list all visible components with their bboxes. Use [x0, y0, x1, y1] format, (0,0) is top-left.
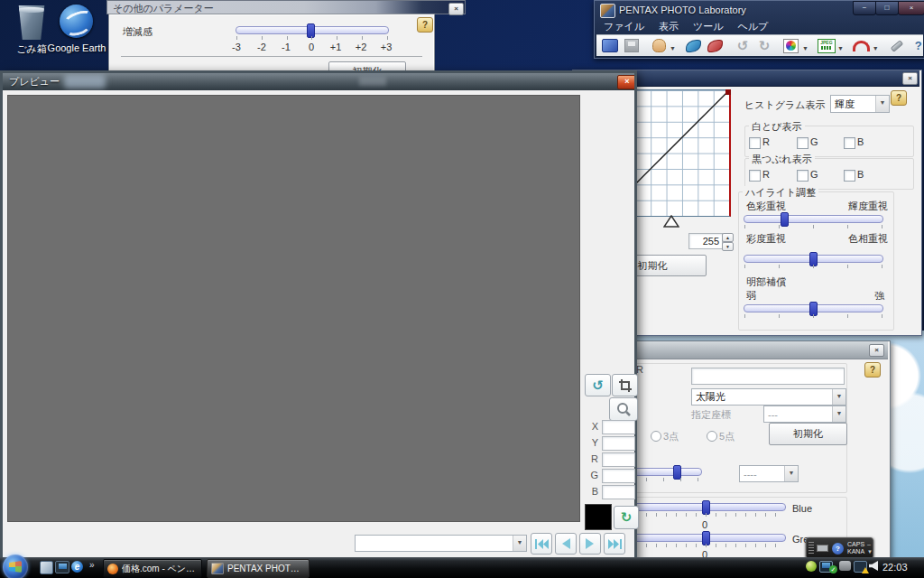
color-adjust-icon[interactable]: [781, 37, 801, 55]
next-image-button[interactable]: [579, 533, 601, 555]
google-earth-label[interactable]: Google Earth: [45, 42, 108, 53]
tray-messenger-icon[interactable]: [806, 561, 817, 572]
hand-tool-icon[interactable]: [649, 37, 669, 55]
ime-options-icon[interactable]: ▼: [867, 548, 873, 555]
radio-5point[interactable]: [707, 431, 717, 442]
radio-3point[interactable]: [651, 431, 661, 442]
coord-y-field[interactable]: [602, 436, 635, 451]
leaf-red-icon[interactable]: [706, 37, 725, 55]
wb-tint-dropdown[interactable]: ---- ▼: [739, 465, 799, 482]
refresh-button[interactable]: ↻: [614, 506, 639, 529]
coord-r-field[interactable]: [602, 452, 635, 467]
task-button-kakaku[interactable]: 価格.com - ペンタ...: [103, 559, 202, 578]
ime-help-icon[interactable]: ?: [832, 543, 844, 555]
wb-preset-dropdown[interactable]: 太陽光 ▼: [691, 388, 846, 406]
level-value-input[interactable]: 255: [688, 233, 723, 249]
hand-tool-dropdown-icon[interactable]: ▼: [670, 45, 676, 51]
close-button[interactable]: ×: [898, 1, 924, 15]
white-clip-r-label: R: [762, 136, 770, 147]
jpeg-save-icon[interactable]: JPEG: [817, 37, 836, 55]
ime-kana-label[interactable]: KANA: [847, 548, 864, 555]
headset-icon[interactable]: [852, 37, 872, 55]
curve-white-point-marker[interactable]: [725, 89, 731, 95]
white-clip-group-label: 白とび表示: [749, 120, 805, 134]
other-params-titlebar[interactable]: その他のパラメーター ×: [106, 0, 466, 14]
preview-title: プレビュー: [9, 75, 60, 89]
histogram-help-icon[interactable]: ?: [891, 90, 907, 106]
image-select-dropdown[interactable]: ▼: [355, 535, 527, 552]
coord-x-field[interactable]: [602, 420, 635, 434]
ime-minimize-icon[interactable]: –: [867, 541, 873, 548]
black-clip-g-checkbox[interactable]: [797, 170, 808, 182]
level-spinner[interactable]: ▲ ▼: [722, 233, 734, 249]
maximize-button[interactable]: □: [875, 1, 899, 15]
tray-device-icon[interactable]: [839, 561, 851, 571]
coord-b-field[interactable]: [602, 485, 635, 499]
highlight-adjust-group: ハイライト調整 色彩重視 輝度重視 彩度重視 色相重視 明部補償 弱 強: [738, 191, 894, 331]
tray-security-check-icon[interactable]: ✓: [829, 565, 837, 573]
other-params-close-button[interactable]: ×: [448, 3, 464, 15]
coord-g-field[interactable]: [602, 469, 635, 483]
save-icon[interactable]: [622, 37, 642, 55]
color-adjust-dropdown-icon[interactable]: ▼: [802, 45, 808, 51]
wb-name-field[interactable]: [691, 368, 845, 385]
pentax-main-window: PENTAX PHOTO Laboratory − □ × ファイル 表示 ツー…: [594, 0, 924, 59]
menu-tools[interactable]: ツール: [693, 20, 724, 33]
open-image-icon[interactable]: [600, 37, 620, 55]
preview-titlebar[interactable]: プレビュー ×: [3, 73, 634, 90]
ime-caps-label[interactable]: CAPS: [847, 541, 864, 548]
menu-help[interactable]: ヘルプ: [738, 20, 769, 33]
last-image-button[interactable]: [604, 533, 625, 555]
recycle-bin-icon[interactable]: [16, 5, 47, 40]
headset-dropdown-icon[interactable]: ▼: [873, 45, 879, 51]
quicklaunch-switch-windows-icon[interactable]: [55, 561, 69, 573]
rotate-image-button[interactable]: ↺: [585, 374, 611, 396]
preview-window: プレビュー × ↺ X Y R G B ↻ ▼: [0, 70, 637, 578]
settings-wrench-icon[interactable]: [887, 37, 907, 55]
google-earth-icon[interactable]: [60, 5, 93, 38]
whitebalance-help-icon[interactable]: ?: [864, 362, 881, 378]
tray-volume-icon[interactable]: [869, 561, 878, 571]
previous-image-button[interactable]: [555, 533, 577, 555]
quicklaunch-show-desktop-icon[interactable]: [40, 561, 53, 574]
white-clip-g-checkbox[interactable]: [797, 137, 808, 149]
wb-reset-button[interactable]: 初期化: [769, 423, 847, 445]
white-clip-b-checkbox[interactable]: [844, 137, 855, 149]
start-button[interactable]: [3, 555, 28, 578]
white-clip-r-checkbox[interactable]: [749, 137, 761, 149]
quicklaunch-ie-icon[interactable]: e: [71, 561, 83, 573]
quicklaunch-more-icon[interactable]: »: [89, 560, 95, 570]
menu-file[interactable]: ファイル: [604, 20, 644, 33]
crop-button[interactable]: [612, 374, 638, 396]
black-clip-r-checkbox[interactable]: [749, 170, 761, 182]
help-icon[interactable]: ?: [909, 37, 923, 55]
pentax-window-title: PENTAX PHOTO Laboratory: [619, 5, 746, 15]
leaf-blue-icon[interactable]: [684, 37, 704, 55]
keyboard-icon[interactable]: [817, 545, 828, 552]
taskbar-clock[interactable]: 22:03: [882, 562, 908, 573]
highlight-group-label: ハイライト調整: [743, 186, 818, 200]
undo-icon[interactable]: ↺: [733, 37, 753, 55]
coord-dropdown[interactable]: --- ▼: [763, 406, 846, 423]
first-image-button[interactable]: [531, 533, 552, 555]
preview-image-area[interactable]: [7, 95, 580, 522]
ime-language-bar[interactable]: ? CAPS KANA – ▼: [806, 537, 873, 559]
task-button-pentax[interactable]: PENTAX PHOTO L...: [207, 559, 310, 578]
menu-view[interactable]: 表示: [659, 20, 679, 33]
tray-network-warning-icon[interactable]: [854, 561, 867, 573]
curve-input-marker[interactable]: [663, 215, 679, 228]
coord-r-label: R: [587, 453, 598, 464]
slider2-right-label: 色相重視: [841, 232, 888, 246]
whitebalance-close-button[interactable]: ×: [869, 344, 884, 357]
preview-close-button[interactable]: ×: [617, 75, 634, 89]
black-clip-b-checkbox[interactable]: [844, 170, 855, 182]
histogram-close-button[interactable]: ×: [902, 72, 918, 85]
redo-icon[interactable]: ↻: [754, 37, 774, 55]
histogram-display-dropdown[interactable]: 輝度 ▼: [830, 95, 890, 113]
other-params-window: その他のパラメーター × 増減感 -3 -2 -1 0 +1 +2 +3 初期化…: [106, 0, 466, 72]
minimize-button[interactable]: −: [853, 1, 876, 15]
jpeg-dropdown-icon[interactable]: ▼: [837, 45, 844, 51]
ime-grip-handle[interactable]: [808, 542, 814, 555]
other-params-help-icon[interactable]: ?: [417, 17, 433, 33]
zoom-button[interactable]: [609, 397, 638, 421]
